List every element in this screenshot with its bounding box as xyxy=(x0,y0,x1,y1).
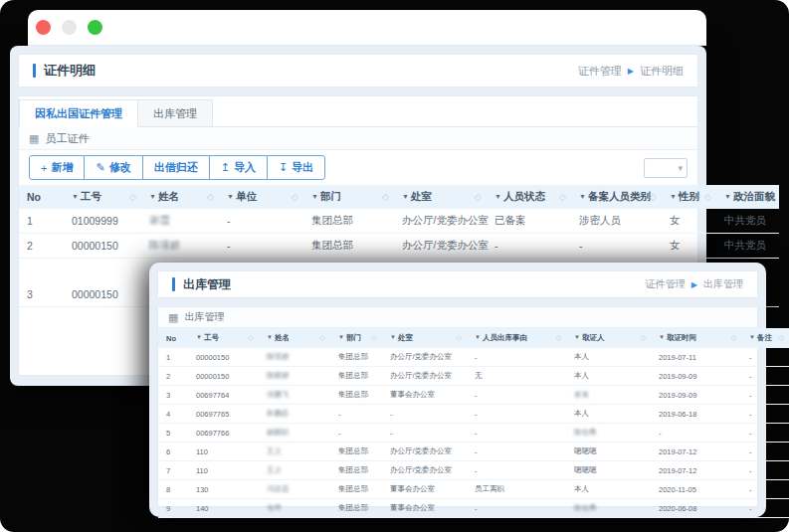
table-cell: - xyxy=(741,386,789,405)
column-header[interactable]: ▼取证人◇ xyxy=(566,328,651,348)
column-header[interactable]: ▼部门◇ xyxy=(330,328,382,348)
column-label: 人员状态 xyxy=(503,190,545,202)
breadcrumb-arrow-icon: ▶ xyxy=(691,280,697,289)
filter-icon[interactable]: ▼ xyxy=(579,193,586,200)
table-cell: 2 xyxy=(158,367,188,386)
page-title-text: 证件明细 xyxy=(44,62,96,80)
filter-icon[interactable]: ▼ xyxy=(72,193,79,200)
filter-icon[interactable]: ▼ xyxy=(338,334,344,340)
zoom-window-button[interactable] xyxy=(88,20,102,35)
redacted-text: 杨丽娟 xyxy=(267,428,290,437)
minimize-window-button[interactable] xyxy=(62,20,77,35)
column-header[interactable]: ▼取证时间◇ xyxy=(651,328,741,348)
table-cell: - xyxy=(487,234,571,259)
table-cell: 董事会办公室 xyxy=(382,386,467,405)
import-button[interactable]: ↥ 导入 xyxy=(209,155,268,180)
close-window-button[interactable] xyxy=(36,20,51,35)
column-header[interactable]: ▼备注◇ xyxy=(741,328,789,348)
column-header[interactable]: ▼人员出库事由◇ xyxy=(467,328,566,348)
filter-icon[interactable]: ▼ xyxy=(267,334,273,340)
sort-icon[interactable]: ◇ xyxy=(559,192,566,202)
column-header[interactable]: ▼单位◇ xyxy=(219,185,303,209)
title-accent-bar xyxy=(33,64,36,78)
table-cell: 00000150 xyxy=(188,348,259,367)
table-head: No▼工号◇▼姓名◇▼部门◇▼处室◇▼人员出库事由◇▼取证人◇▼取证时间◇▼备注… xyxy=(158,328,789,348)
filter-icon[interactable]: ▼ xyxy=(390,334,396,340)
column-header[interactable]: ▼工号◇ xyxy=(188,328,259,348)
column-label: 处室 xyxy=(398,333,413,342)
filter-icon[interactable]: ▼ xyxy=(475,334,481,340)
column-header[interactable]: ▼部门◇ xyxy=(303,185,394,209)
sort-icon[interactable]: ◇ xyxy=(779,334,784,342)
sort-icon[interactable]: ◇ xyxy=(457,334,462,342)
table-cell: 01009999 xyxy=(64,209,141,234)
column-label: 工号 xyxy=(81,190,101,202)
filter-icon[interactable]: ▼ xyxy=(494,193,501,200)
sort-icon[interactable]: ◇ xyxy=(249,334,254,342)
column-header[interactable]: ▼姓名◇ xyxy=(259,328,330,348)
table-row[interactable]: 7110王义集团总部办公厅/党委办公室-嗯嗯嗯2019-07-12-2019-0… xyxy=(158,461,789,480)
sort-icon[interactable]: ◇ xyxy=(704,192,711,202)
sort-icon[interactable]: ◇ xyxy=(475,192,482,202)
filter-icon[interactable]: ▼ xyxy=(402,193,409,200)
lend-return-button[interactable]: 出借归还 xyxy=(142,155,210,180)
table-cell: 王义 xyxy=(259,443,330,461)
sort-icon[interactable]: ◇ xyxy=(641,334,646,342)
table-row[interactable]: 100000150陈瑛娇集团总部办公厅/党委办公室-本人2019-07-11-2… xyxy=(158,348,789,367)
filter-icon[interactable]: ▼ xyxy=(574,334,580,340)
column-header[interactable]: ▼备案人员类别◇ xyxy=(571,185,662,209)
table-row[interactable]: 101009999谢霞-集团总部办公厅/党委办公室已备案涉密人员女中共党员 xyxy=(19,209,779,234)
table-cell: - xyxy=(382,405,467,424)
table-cell: 崔某 xyxy=(566,386,651,405)
filter-icon[interactable]: ▼ xyxy=(149,193,156,200)
table-row[interactable]: 9140韦琴集团总部董事会办公室-陈伯希2020-06-08-2020-06-0… xyxy=(158,499,789,518)
filter-icon[interactable]: ▼ xyxy=(670,193,677,200)
table-cell: 5 xyxy=(158,424,188,443)
filter-icon[interactable]: ▼ xyxy=(659,334,665,340)
table-row[interactable]: 400697765孙鹏弈---本人2019-06-18-2019-06-18 xyxy=(158,405,789,424)
table-row[interactable]: 300697764张鹏飞集团总部董事会办公室-崔某2019-09-09-2019… xyxy=(158,386,789,405)
add-button[interactable]: + 新增 xyxy=(29,155,85,180)
sort-icon[interactable]: ◇ xyxy=(556,334,561,342)
sort-icon[interactable]: ◇ xyxy=(650,192,657,202)
table-row[interactable]: 8130冯达昌集团总部董事会办公室员工离职本人2020-11-05-2020-1… xyxy=(158,480,789,499)
column-header[interactable]: ▼人员状态◇ xyxy=(487,185,571,209)
table-row[interactable]: 6110王义集团总部办公厅/党委办公室-嗯嗯嗯2019-07-12-2019-0… xyxy=(158,443,789,461)
sort-icon[interactable]: ◇ xyxy=(292,192,298,202)
import-icon: ↥ xyxy=(221,161,230,174)
export-button[interactable]: ↧ 导出 xyxy=(267,155,325,180)
column-header[interactable]: ▼姓名◇ xyxy=(141,185,219,209)
edit-button[interactable]: ✎ 修改 xyxy=(84,155,142,180)
tab-private-passport-mgmt[interactable]: 因私出国证件管理 xyxy=(19,99,138,127)
filter-icon[interactable]: ▼ xyxy=(227,193,234,200)
column-header[interactable]: ▼性别◇ xyxy=(662,185,716,209)
sort-icon[interactable]: ◇ xyxy=(731,334,736,342)
sort-icon[interactable]: ◇ xyxy=(320,334,325,342)
column-header[interactable]: ▼处室◇ xyxy=(382,328,467,348)
table-cell: 00697765 xyxy=(188,405,259,424)
tab-outbound-mgmt[interactable]: 出库管理 xyxy=(137,99,213,127)
column-label: 姓名 xyxy=(275,333,290,342)
table-cell: 3 xyxy=(19,282,64,307)
filter-icon[interactable]: ▼ xyxy=(196,334,202,340)
breadcrumb-parent[interactable]: 证件管理 xyxy=(646,277,686,291)
table-row[interactable]: 200000150陈丽娇集团总部办公厅/党委办公室无本人2019-09-09-2… xyxy=(158,367,789,386)
breadcrumb-parent[interactable]: 证件管理 xyxy=(578,64,622,79)
table-row[interactable]: 500697766杨丽娟---陈伯希--2020-06-04 xyxy=(158,424,789,443)
filter-icon[interactable]: ▼ xyxy=(724,193,731,200)
sort-icon[interactable]: ◇ xyxy=(372,334,377,342)
filter-icon[interactable]: ▼ xyxy=(311,193,318,200)
sort-icon[interactable]: ◇ xyxy=(129,192,136,202)
table-cell: 4 xyxy=(158,405,188,424)
column-header[interactable]: ▼处室◇ xyxy=(394,185,487,209)
column-header[interactable]: ▼工号◇ xyxy=(64,185,141,209)
column-header[interactable]: ▼政治面貌 xyxy=(716,185,779,209)
column-label: 备案人员类别 xyxy=(588,190,651,202)
sort-icon[interactable]: ◇ xyxy=(382,192,389,202)
page-size-select[interactable]: ▾ xyxy=(644,158,688,178)
sort-icon[interactable]: ◇ xyxy=(207,192,214,202)
filter-icon[interactable]: ▼ xyxy=(749,334,755,340)
table-row[interactable]: 200000150陈瑛娇-集团总部办公厅/党委办公室--女中共党员 xyxy=(19,234,779,259)
table-cell: 谢霞 xyxy=(141,209,219,234)
table-cell: - xyxy=(571,234,662,259)
